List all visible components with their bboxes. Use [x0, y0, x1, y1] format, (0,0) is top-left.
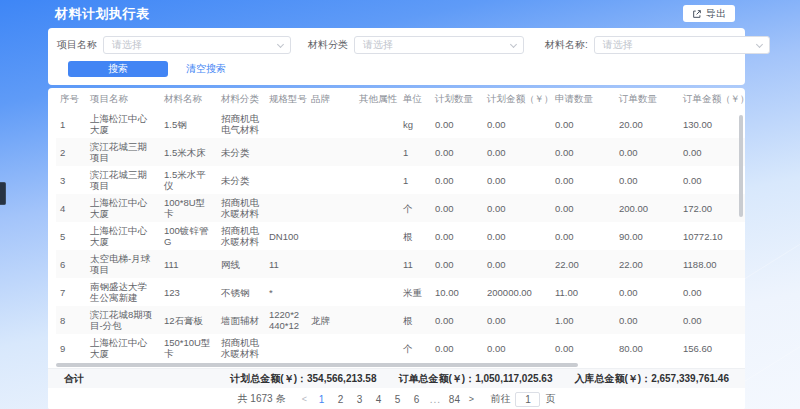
page-button[interactable]: 5 [391, 394, 403, 405]
filter-label: 项目名称 [57, 38, 97, 52]
table-cell [355, 334, 399, 362]
table-cell: 1188.00 [679, 250, 745, 278]
material-category-select[interactable]: 请选择 [354, 36, 524, 54]
table-cell: 根 [399, 306, 431, 334]
goto-label: 前往 [490, 392, 510, 406]
export-button[interactable]: 导出 [683, 5, 735, 22]
table-cell: 0.00 [483, 222, 551, 250]
table-cell: 0.00 [431, 138, 483, 166]
column-header: 品牌 [307, 88, 355, 110]
total-count: 共 1673 条 [238, 392, 286, 406]
table-cell: 9 [56, 334, 86, 362]
table-cell: 0.00 [431, 166, 483, 194]
table-cell: 0.00 [551, 110, 615, 138]
table-cell: 上海松江中心大厦 [86, 194, 160, 222]
material-name-select[interactable]: 请选择 [594, 36, 770, 54]
table-cell: 0.00 [551, 138, 615, 166]
table-cell [307, 138, 355, 166]
table-cell: 0.00 [431, 222, 483, 250]
column-header: 申请数量 [551, 88, 615, 110]
table-cell: 0.00 [679, 306, 745, 334]
page-button[interactable]: 6 [410, 394, 422, 405]
table-cell: 滨江花城三期项目 [86, 166, 160, 194]
select-placeholder: 请选择 [363, 38, 393, 52]
table-cell: 11.00 [551, 278, 615, 306]
table-cell: 1.00 [551, 306, 615, 334]
table-cell: 上海松江中心大厦 [86, 110, 160, 138]
table-header-row: 序号项目名称材料名称材料分类规格型号品牌其他属性单位计划数量计划金额（￥）申请数… [56, 88, 745, 110]
table-cell: 根 [399, 222, 431, 250]
search-button[interactable]: 搜索 [68, 61, 168, 77]
table-row: 8滨江花城8期项目-分包12石膏板墙面辅材1220*2440*12龙牌根0.00… [56, 306, 745, 334]
table-cell: 0.00 [483, 194, 551, 222]
table-cell: 1 [399, 166, 431, 194]
goto-page-input[interactable] [515, 392, 540, 407]
table-row: 4上海松江中心大厦100*8U型卡招商机电 水暖材料个0.000.000.002… [56, 194, 745, 222]
table-cell: 1 [399, 138, 431, 166]
main-content: 项目名称 请选择 材料分类 请选择 材料名称: 请选择 [48, 28, 745, 409]
table-cell: 200000.00 [483, 278, 551, 306]
horizontal-scrollbar[interactable] [56, 363, 578, 367]
prev-page-button[interactable]: < [297, 394, 311, 404]
filter-label: 材料名称: [545, 38, 588, 52]
goto-page: 前往 页 [490, 392, 555, 407]
column-header: 材料名称 [160, 88, 217, 110]
table-cell [265, 334, 307, 362]
page-button[interactable]: 1 [315, 394, 327, 405]
table-cell: 0.00 [551, 222, 615, 250]
page-button[interactable]: 3 [353, 394, 365, 405]
table-cell [307, 110, 355, 138]
next-page-button[interactable]: > [464, 394, 478, 404]
table-cell: 龙牌 [307, 306, 355, 334]
table-cell: 10772.10 [679, 222, 745, 250]
page-button[interactable]: 84 [448, 394, 460, 405]
table-cell: 招商机电 水暖材料 [217, 194, 265, 222]
table-cell: 156.60 [679, 334, 745, 362]
table-cell: 滨江花城三期项目 [86, 138, 160, 166]
table-cell: 未分类 [217, 166, 265, 194]
table-cell: 0.00 [431, 334, 483, 362]
table-cell: 0.00 [431, 194, 483, 222]
table-cell: 8 [56, 306, 86, 334]
table-cell: 200.00 [615, 194, 679, 222]
table-cell: 4 [56, 194, 86, 222]
table-cell: 90.00 [615, 222, 679, 250]
table-cell: 22.00 [551, 250, 615, 278]
table-cell: 墙面辅材 [217, 306, 265, 334]
table-cell: 22.00 [615, 250, 679, 278]
column-header: 规格型号 [265, 88, 307, 110]
table-row: 2滨江花城三期项目1.5米木床未分类10.000.000.000.000.00 [56, 138, 745, 166]
table-cell: 6 [56, 250, 86, 278]
table-cell [307, 250, 355, 278]
page-button[interactable]: 4 [372, 394, 384, 405]
page-button[interactable]: 2 [334, 394, 346, 405]
table-cell: 12石膏板 [160, 306, 217, 334]
table-cell: 0.00 [483, 166, 551, 194]
vertical-scrollbar[interactable] [739, 115, 743, 217]
table-cell: 11 [265, 250, 307, 278]
sidebar-collapsed-handle[interactable] [0, 182, 6, 205]
table-cell: 1.5米木床 [160, 138, 217, 166]
table-cell: 上海松江中心大厦 [86, 222, 160, 250]
table-cell [307, 194, 355, 222]
table-cell: 上海松江中心大厦 [86, 334, 160, 362]
table-cell: 11 [399, 250, 431, 278]
page-list: 123456...84 [315, 394, 460, 405]
table-cell [307, 278, 355, 306]
column-header: 单位 [399, 88, 431, 110]
table-cell: 0.00 [483, 334, 551, 362]
project-name-select[interactable]: 请选择 [103, 36, 291, 54]
table-cell: 172.00 [679, 194, 745, 222]
table-row: 5上海松江中心大厦100镀锌管G招商机电 水暖材料DN100根0.000.000… [56, 222, 745, 250]
clear-search-link[interactable]: 清空搜索 [186, 62, 226, 76]
page-ellipsis[interactable]: ... [429, 394, 441, 405]
select-placeholder: 请选择 [603, 38, 633, 52]
table-body: 1上海松江中心大厦1.5钢招商机电 电气材料kg0.000.000.0020.0… [56, 110, 745, 362]
table-cell: 80.00 [615, 334, 679, 362]
table-cell: 招商机电 电气材料 [217, 110, 265, 138]
top-bar: 材料计划执行表 导出 [0, 0, 800, 27]
column-header: 计划金额（￥） [483, 88, 551, 110]
table-cell: 1.5米水平仪 [160, 166, 217, 194]
export-button-label: 导出 [706, 7, 726, 21]
summary-row: 合计 计划总金额(￥)：354,566,213.58 订单总金额(￥)：1,05… [48, 368, 745, 388]
